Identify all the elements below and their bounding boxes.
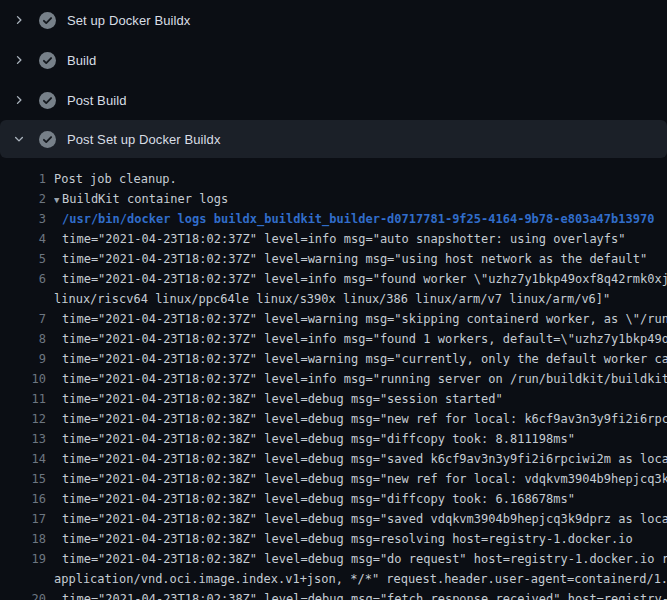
log-text: time="2021-04-23T18:02:38Z" level=debug …: [62, 549, 667, 569]
check-circle-icon: [39, 131, 56, 148]
log-line: 5time="2021-04-23T18:02:37Z" level=warni…: [0, 249, 667, 269]
step-header-set-up-docker-buildx[interactable]: Set up Docker Buildx: [0, 0, 667, 40]
step-header-post-build[interactable]: Post Build: [0, 80, 667, 120]
log-line: 8time="2021-04-23T18:02:37Z" level=info …: [0, 329, 667, 349]
log-text: time="2021-04-23T18:02:37Z" level=info m…: [62, 229, 626, 249]
log-line: 7time="2021-04-23T18:02:37Z" level=warni…: [0, 309, 667, 329]
log-text: time="2021-04-23T18:02:38Z" level=debug …: [62, 429, 575, 449]
log-line: application/vnd.oci.image.index.v1+json,…: [0, 569, 667, 589]
log-line: 12time="2021-04-23T18:02:38Z" level=debu…: [0, 409, 667, 429]
log-line-number[interactable]: 7: [0, 309, 46, 329]
log-line-number[interactable]: 19: [0, 549, 46, 569]
log-text: time="2021-04-23T18:02:38Z" level=debug …: [62, 469, 667, 489]
log-line-number: [0, 289, 46, 309]
log-line-number[interactable]: 4: [0, 229, 46, 249]
log-line: 2▼BuildKit container logs: [0, 189, 667, 209]
step-label: Build: [67, 53, 96, 68]
step-label: Post Set up Docker Buildx: [67, 132, 221, 147]
log-line-number[interactable]: 11: [0, 389, 46, 409]
check-circle-icon: [39, 52, 56, 69]
log-line: 20time="2021-04-23T18:02:38Z" level=debu…: [0, 589, 667, 600]
log-text: application/vnd.oci.image.index.v1+json,…: [54, 569, 667, 589]
log-line: 9time="2021-04-23T18:02:37Z" level=warni…: [0, 349, 667, 369]
log-text: time="2021-04-23T18:02:38Z" level=debug …: [62, 529, 633, 549]
log-line-number[interactable]: 17: [0, 509, 46, 529]
log-line: 15time="2021-04-23T18:02:38Z" level=debu…: [0, 469, 667, 489]
log-line-number[interactable]: 13: [0, 429, 46, 449]
log-line-number[interactable]: 18: [0, 529, 46, 549]
log-line: 14time="2021-04-23T18:02:38Z" level=debu…: [0, 449, 667, 469]
log-text: time="2021-04-23T18:02:38Z" level=debug …: [62, 389, 503, 409]
log-line-number[interactable]: 1: [0, 169, 46, 189]
log-line: linux/riscv64 linux/ppc64le linux/s390x …: [0, 289, 667, 309]
log-viewer: 1Post job cleanup.2▼BuildKit container l…: [0, 158, 667, 600]
step-header-build[interactable]: Build: [0, 40, 667, 80]
step-list: Set up Docker BuildxBuildPost BuildPost …: [0, 0, 667, 158]
log-line-number[interactable]: 3: [0, 209, 46, 229]
log-text: time="2021-04-23T18:02:37Z" level=warnin…: [62, 309, 667, 329]
log-line-number[interactable]: 5: [0, 249, 46, 269]
log-line: 6time="2021-04-23T18:02:37Z" level=info …: [0, 269, 667, 289]
log-line: 17time="2021-04-23T18:02:38Z" level=debu…: [0, 509, 667, 529]
log-line: 11time="2021-04-23T18:02:38Z" level=debu…: [0, 389, 667, 409]
actions-log-viewer: Set up Docker BuildxBuildPost BuildPost …: [0, 0, 667, 600]
log-line-number: [0, 569, 46, 589]
chevron-down-icon: [12, 132, 26, 146]
step-label: Post Build: [67, 93, 127, 108]
log-text: time="2021-04-23T18:02:38Z" level=debug …: [62, 589, 667, 600]
log-line-number[interactable]: 20: [0, 589, 46, 600]
log-line: 13time="2021-04-23T18:02:38Z" level=debu…: [0, 429, 667, 449]
log-text: time="2021-04-23T18:02:38Z" level=debug …: [62, 509, 667, 529]
log-line-number[interactable]: 10: [0, 369, 46, 389]
check-circle-icon: [39, 92, 56, 109]
log-line-number[interactable]: 16: [0, 489, 46, 509]
log-group-title: BuildKit container logs: [62, 192, 228, 206]
log-group-header: ▼BuildKit container logs: [54, 189, 228, 209]
log-line-number[interactable]: 15: [0, 469, 46, 489]
log-line: 19time="2021-04-23T18:02:38Z" level=debu…: [0, 549, 667, 569]
chevron-right-icon: [12, 93, 26, 107]
log-line-number[interactable]: 2: [0, 189, 46, 209]
log-line: 3/usr/bin/docker logs buildx_buildkit_bu…: [0, 209, 667, 229]
log-line: 18time="2021-04-23T18:02:38Z" level=debu…: [0, 529, 667, 549]
step-label: Set up Docker Buildx: [67, 13, 190, 28]
log-text: time="2021-04-23T18:02:37Z" level=warnin…: [62, 249, 647, 269]
log-line: 10time="2021-04-23T18:02:37Z" level=info…: [0, 369, 667, 389]
log-command-text: /usr/bin/docker logs buildx_buildkit_bui…: [62, 209, 654, 229]
log-text: time="2021-04-23T18:02:37Z" level=info m…: [62, 329, 667, 349]
chevron-right-icon: [12, 13, 26, 27]
log-text: time="2021-04-23T18:02:37Z" level=warnin…: [62, 349, 667, 369]
chevron-right-icon: [12, 53, 26, 67]
log-line-number[interactable]: 8: [0, 329, 46, 349]
log-line: 1Post job cleanup.: [0, 169, 667, 189]
check-circle-icon: [39, 12, 56, 29]
log-line: 16time="2021-04-23T18:02:38Z" level=debu…: [0, 489, 667, 509]
log-text: time="2021-04-23T18:02:37Z" level=info m…: [62, 269, 667, 289]
log-text: linux/riscv64 linux/ppc64le linux/s390x …: [54, 289, 610, 309]
log-line-number[interactable]: 9: [0, 349, 46, 369]
log-text: time="2021-04-23T18:02:38Z" level=debug …: [62, 449, 667, 469]
log-line-number[interactable]: 12: [0, 409, 46, 429]
log-line-number[interactable]: 6: [0, 269, 46, 289]
step-header-post-set-up-docker-buildx[interactable]: Post Set up Docker Buildx: [0, 120, 667, 158]
log-text: Post job cleanup.: [54, 169, 177, 189]
log-text: time="2021-04-23T18:02:38Z" level=debug …: [62, 489, 575, 509]
log-line: 4time="2021-04-23T18:02:37Z" level=info …: [0, 229, 667, 249]
log-text: time="2021-04-23T18:02:38Z" level=debug …: [62, 409, 667, 429]
log-line-number[interactable]: 14: [0, 449, 46, 469]
log-text: time="2021-04-23T18:02:37Z" level=info m…: [62, 369, 667, 389]
collapse-toggle-icon[interactable]: ▼: [54, 190, 62, 209]
